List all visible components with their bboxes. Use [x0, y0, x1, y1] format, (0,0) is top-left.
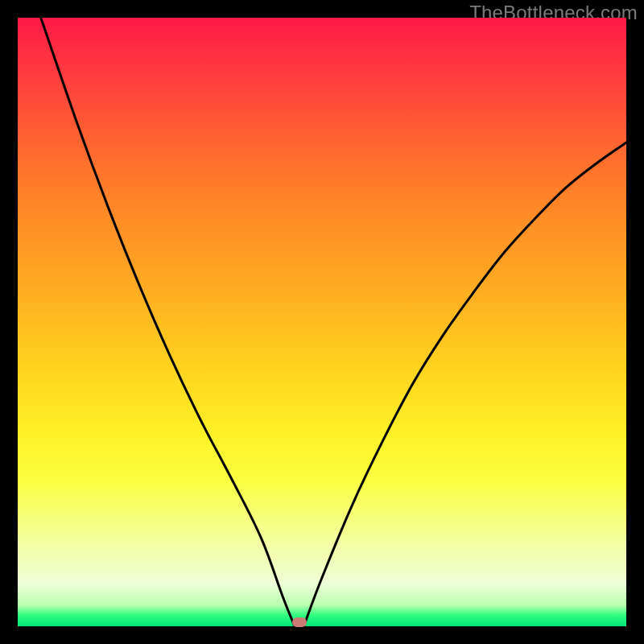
plot-area: [18, 18, 626, 626]
curve-left-branch: [41, 18, 295, 626]
bottleneck-curve: [18, 18, 626, 626]
optimum-marker: [292, 617, 307, 627]
chart-container: TheBottleneck.com: [0, 0, 644, 644]
curve-right-branch: [303, 142, 626, 626]
